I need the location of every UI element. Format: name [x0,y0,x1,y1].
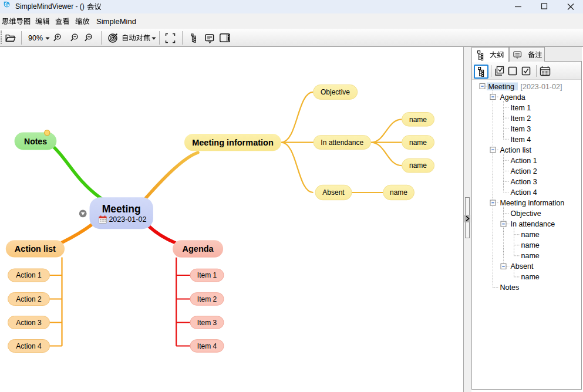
svg-text:Item 4: Item 4 [197,342,217,350]
svg-text:Notes: Notes [500,283,520,292]
svg-text:Action 4: Action 4 [16,342,42,350]
svg-text:In attendance: In attendance [511,220,555,228]
svg-text:Action 3: Action 3 [511,178,537,186]
svg-text:name: name [521,231,540,239]
svg-text:Item 3: Item 3 [197,319,217,327]
svg-text:Action 4: Action 4 [511,188,537,197]
svg-text:Item 4: Item 4 [511,136,531,144]
svg-text:Item 1: Item 1 [197,271,217,279]
svg-text:Item 1: Item 1 [511,104,531,112]
svg-text:name: name [409,138,427,147]
svg-text:Action 2: Action 2 [511,167,537,175]
svg-text:name: name [521,252,540,260]
svg-text:Action list: Action list [500,146,532,154]
svg-text:Absent: Absent [511,262,534,271]
svg-text:Item 2: Item 2 [511,114,531,123]
svg-text:Item 2: Item 2 [197,295,217,303]
svg-text:[2023-01-02]: [2023-01-02] [521,83,562,91]
svg-text:Agenda: Agenda [183,244,214,254]
svg-text:name: name [409,116,427,124]
svg-text:name: name [390,188,407,197]
svg-text:Meeting information: Meeting information [500,199,565,207]
svg-text:Objective: Objective [321,88,350,96]
svg-text:Meeting: Meeting [102,203,141,215]
svg-text:Action 1: Action 1 [511,157,537,165]
svg-text:Action 2: Action 2 [16,295,42,303]
svg-text:name: name [521,241,540,249]
svg-text:Item 3: Item 3 [511,125,531,133]
svg-text:name: name [409,161,427,170]
svg-text:Notes: Notes [24,137,47,146]
svg-text:Action 1: Action 1 [16,271,42,279]
svg-text:Meeting: Meeting [488,83,515,91]
svg-text:Action 3: Action 3 [16,319,42,327]
svg-text:name: name [521,273,540,281]
svg-text:In attendance: In attendance [321,138,363,147]
svg-text:Absent: Absent [322,188,345,197]
svg-text:Meeting information: Meeting information [192,138,274,147]
svg-text:Action list: Action list [15,244,56,254]
svg-text:Objective: Objective [511,209,541,218]
svg-text:2023-01-02: 2023-01-02 [109,215,146,224]
svg-text:Agenda: Agenda [500,93,525,102]
